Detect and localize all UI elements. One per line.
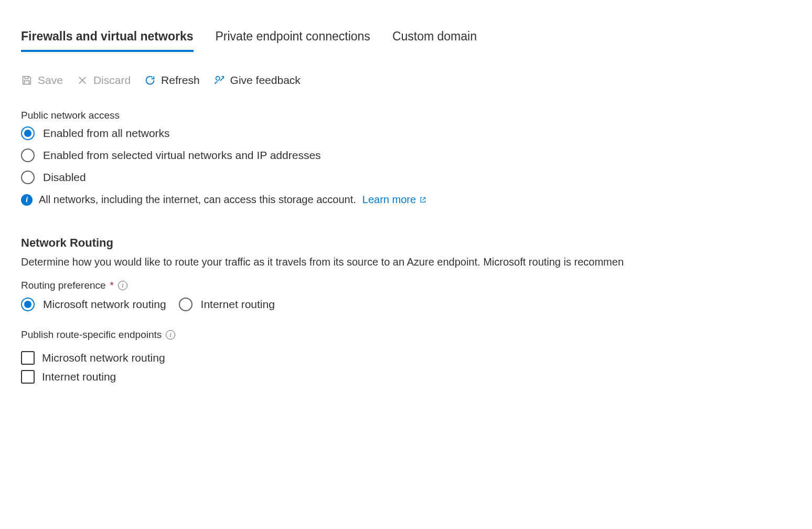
radio-label: Enabled from all networks: [43, 127, 170, 140]
info-tooltip-icon[interactable]: i: [166, 330, 175, 340]
info-text: All networks, including the internet, ca…: [39, 194, 356, 206]
tab-private-endpoint[interactable]: Private endpoint connections: [216, 29, 370, 52]
required-indicator: *: [110, 280, 114, 291]
tab-custom-domain[interactable]: Custom domain: [392, 29, 477, 52]
network-routing-description: Determine how you would like to route yo…: [21, 256, 791, 268]
discard-button[interactable]: Discard: [77, 74, 131, 87]
networking-pane: Firewalls and virtual networks Private e…: [0, 0, 812, 405]
refresh-icon: [144, 75, 156, 86]
publish-endpoints-label: Publish route-specific endpoints: [21, 329, 162, 341]
checkbox-icon: [21, 370, 35, 384]
radio-disabled[interactable]: Disabled: [21, 171, 791, 184]
routing-preference-label: Routing preference: [21, 280, 106, 291]
command-bar: Save Discard Refresh Gi: [21, 74, 791, 87]
discard-label: Discard: [93, 74, 131, 87]
refresh-button[interactable]: Refresh: [144, 74, 200, 87]
checkbox-icon: [21, 351, 35, 365]
radio-label: Enabled from selected virtual networks a…: [43, 149, 321, 162]
publish-endpoints-label-row: Publish route-specific endpoints i: [21, 329, 175, 341]
radio-icon: [21, 149, 35, 162]
radio-icon: [21, 298, 35, 311]
feedback-icon: [213, 75, 225, 86]
radio-label: Internet routing: [201, 298, 275, 311]
public-access-radio-group: Enabled from all networks Enabled from s…: [21, 126, 791, 184]
refresh-label: Refresh: [161, 74, 200, 87]
learn-more-label: Learn more: [362, 194, 416, 206]
routing-preference-label-row: Routing preference * i: [21, 280, 127, 291]
save-label: Save: [38, 74, 63, 87]
radio-icon: [21, 171, 35, 184]
radio-enabled-all[interactable]: Enabled from all networks: [21, 126, 791, 140]
info-icon: i: [21, 194, 33, 206]
checkbox-label: Microsoft network routing: [42, 352, 165, 364]
save-button[interactable]: Save: [21, 74, 63, 87]
svg-point-0: [216, 77, 219, 80]
checkbox-internet-routing[interactable]: Internet routing: [21, 370, 791, 384]
feedback-label: Give feedback: [230, 74, 301, 87]
radio-icon: [179, 298, 193, 311]
radio-internet-routing[interactable]: Internet routing: [179, 298, 275, 311]
feedback-button[interactable]: Give feedback: [213, 74, 301, 87]
checkbox-microsoft-routing[interactable]: Microsoft network routing: [21, 351, 791, 365]
radio-icon: [21, 126, 35, 140]
radio-enabled-selected[interactable]: Enabled from selected virtual networks a…: [21, 149, 791, 162]
radio-label: Microsoft network routing: [43, 298, 166, 311]
tab-bar: Firewalls and virtual networks Private e…: [21, 29, 791, 52]
network-routing-heading: Network Routing: [21, 236, 791, 250]
radio-label: Disabled: [43, 171, 86, 184]
external-link-icon: [419, 196, 426, 204]
public-access-label: Public network access: [21, 110, 791, 121]
learn-more-link[interactable]: Learn more: [362, 194, 426, 206]
tab-firewalls[interactable]: Firewalls and virtual networks: [21, 29, 194, 52]
checkbox-label: Internet routing: [42, 371, 116, 383]
public-access-info: i All networks, including the internet, …: [21, 194, 791, 206]
routing-preference-radio-group: Microsoft network routing Internet routi…: [21, 298, 791, 311]
x-icon: [77, 75, 88, 86]
save-icon: [21, 75, 33, 86]
radio-microsoft-routing[interactable]: Microsoft network routing: [21, 298, 166, 311]
publish-endpoints-checkbox-group: Microsoft network routing Internet routi…: [21, 351, 791, 384]
info-tooltip-icon[interactable]: i: [118, 281, 127, 290]
